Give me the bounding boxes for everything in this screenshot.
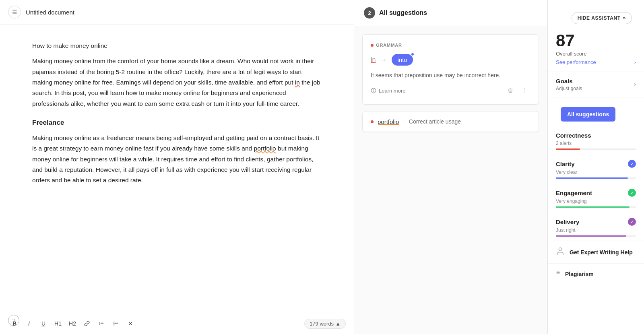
plagiarism-icon: ❝ bbox=[556, 269, 560, 279]
document-title[interactable]: Untitled document bbox=[26, 9, 74, 16]
clarity-bar bbox=[556, 177, 636, 179]
svg-point-8 bbox=[114, 325, 114, 325]
clarity-subtitle: Very clear bbox=[556, 169, 636, 175]
engagement-subtitle: Very engaging bbox=[556, 198, 636, 204]
overall-score-label: Overall score bbox=[556, 51, 636, 57]
expert-title: Get Expert Writing Help bbox=[570, 249, 633, 256]
correctness-bar-fill bbox=[556, 148, 580, 150]
score-main: 87 Overall score See performance › bbox=[548, 24, 644, 72]
correctness-bar bbox=[556, 148, 636, 150]
goals-row[interactable]: Goals Adjust goals › bbox=[548, 72, 644, 97]
card-actions: ⋮ bbox=[505, 85, 530, 96]
correctness-header: Correctness bbox=[556, 132, 636, 139]
goals-left: Goals Adjust goals bbox=[556, 78, 582, 91]
learn-more-button[interactable]: Learn more bbox=[371, 88, 405, 94]
freelance-paragraph: Making money online as a freelancer mean… bbox=[32, 133, 322, 186]
engagement-title: Engagement bbox=[556, 190, 592, 196]
suggestions-list: GRAMMAR in → into It seems that preposit… bbox=[354, 26, 547, 334]
svg-point-12 bbox=[559, 248, 561, 251]
suggestions-count-badge: 2 bbox=[364, 7, 375, 19]
error-word-portfolio[interactable]: portfolio bbox=[254, 145, 276, 152]
grammar-card-label: GRAMMAR bbox=[371, 43, 530, 47]
hamburger-button[interactable]: ☰ bbox=[8, 6, 21, 19]
mini-card-divider: · bbox=[403, 118, 405, 125]
portfolio-card-desc: Correct article usage bbox=[409, 118, 461, 125]
overall-score: 87 bbox=[556, 32, 636, 49]
help-button[interactable]: ? bbox=[8, 315, 19, 326]
delivery-item: Delivery ✓ Just right bbox=[548, 212, 644, 241]
correctness-title: Correctness bbox=[556, 132, 591, 139]
link-button[interactable] bbox=[80, 317, 93, 330]
h2-button[interactable]: H2 bbox=[66, 317, 79, 330]
heading-paragraph: How to make money online bbox=[32, 41, 322, 51]
editor-area: ☰ Untitled document How to make money on… bbox=[0, 0, 354, 334]
transform-arrow: → bbox=[380, 56, 387, 64]
suggestion-footer: Learn more ⋮ bbox=[371, 85, 530, 96]
word-count-text: 179 words bbox=[310, 321, 334, 327]
correctness-item: Correctness 2 alerts bbox=[548, 126, 644, 154]
ordered-list-button[interactable] bbox=[95, 317, 108, 330]
menu-icon: ☰ bbox=[12, 9, 17, 15]
expert-help-row[interactable]: Get Expert Writing Help bbox=[548, 241, 644, 264]
engagement-header: Engagement ✓ bbox=[556, 189, 636, 197]
plagiarism-row[interactable]: ❝ Plagiarism bbox=[548, 264, 644, 285]
grammar-suggestion-card[interactable]: GRAMMAR in → into It seems that preposit… bbox=[362, 34, 539, 105]
plagiarism-title: Plagiarism bbox=[565, 271, 594, 277]
all-suggestions-button[interactable]: All suggestions bbox=[561, 107, 615, 122]
plagiarism-text: Plagiarism bbox=[565, 271, 594, 277]
suggestions-panel: 2 All suggestions GRAMMAR in → into It s… bbox=[354, 0, 547, 334]
score-panel: HIDE ASSISTANT » 87 Overall score See pe… bbox=[547, 0, 644, 334]
editor-content[interactable]: How to make money online Making money on… bbox=[0, 25, 354, 313]
error-word-in[interactable]: in bbox=[295, 79, 300, 86]
grammar-dot bbox=[371, 44, 374, 47]
word-count-arrow: ▲ bbox=[335, 321, 341, 327]
delivery-header: Delivery ✓ bbox=[556, 218, 636, 226]
freelance-heading: Freelance bbox=[32, 117, 322, 129]
suggestion-transform: in → into bbox=[371, 54, 530, 66]
unordered-list-button[interactable] bbox=[109, 317, 122, 330]
goals-chevron: › bbox=[634, 81, 636, 88]
h1-button[interactable]: H1 bbox=[52, 317, 64, 330]
delivery-subtitle: Just right bbox=[556, 227, 636, 233]
delivery-bar bbox=[556, 235, 636, 237]
svg-point-7 bbox=[114, 323, 114, 324]
engagement-bar bbox=[556, 206, 636, 208]
portfolio-word: portfolio bbox=[378, 118, 399, 125]
editor-toolbar: B I U H1 H2 179 words ▲ bbox=[0, 313, 354, 334]
hide-assistant-button[interactable]: HIDE ASSISTANT » bbox=[572, 12, 632, 24]
portfolio-suggestion-card[interactable]: portfolio · Correct article usage bbox=[362, 111, 539, 132]
svg-point-6 bbox=[114, 322, 114, 322]
chevron-right-icon: › bbox=[634, 59, 636, 65]
clarity-item: Clarity ✓ Very clear bbox=[548, 154, 644, 183]
clarity-header: Clarity ✓ bbox=[556, 160, 636, 168]
suggestions-header: 2 All suggestions bbox=[354, 0, 547, 26]
chevron-right-icon: » bbox=[623, 15, 626, 21]
clear-format-button[interactable] bbox=[124, 317, 137, 330]
clarity-bar-fill bbox=[556, 177, 628, 179]
delivery-title: Delivery bbox=[556, 219, 579, 225]
replacement-dot bbox=[411, 52, 415, 56]
delivery-check-icon: ✓ bbox=[628, 218, 636, 226]
clarity-title: Clarity bbox=[556, 161, 575, 167]
all-suggestions-section: All suggestions bbox=[548, 97, 644, 126]
engagement-item: Engagement ✓ Very engaging bbox=[548, 183, 644, 212]
expert-icon bbox=[556, 247, 565, 258]
word-count-badge[interactable]: 179 words ▲ bbox=[304, 319, 346, 329]
suggestions-header-title: All suggestions bbox=[379, 9, 427, 16]
more-options-button[interactable]: ⋮ bbox=[519, 85, 530, 96]
correctness-subtitle: 2 alerts bbox=[556, 140, 636, 146]
delete-suggestion-button[interactable] bbox=[505, 85, 516, 96]
expert-text: Get Expert Writing Help bbox=[570, 249, 633, 256]
portfolio-card-dot bbox=[371, 120, 374, 123]
engagement-check-icon: ✓ bbox=[628, 189, 636, 197]
delivery-bar-fill bbox=[556, 235, 626, 237]
italic-button[interactable]: I bbox=[23, 317, 35, 330]
see-performance-link[interactable]: See performance › bbox=[556, 59, 636, 65]
replacement-word[interactable]: into bbox=[392, 54, 413, 66]
editor-topbar: ☰ Untitled document bbox=[0, 0, 354, 25]
engagement-bar-fill bbox=[556, 206, 630, 208]
intro-paragraph: Making money online from the comfort of … bbox=[32, 56, 322, 109]
clarity-check-icon: ✓ bbox=[628, 160, 636, 168]
underline-button[interactable]: U bbox=[37, 317, 50, 330]
suggestion-description: It seems that preposition use may be inc… bbox=[371, 72, 530, 78]
